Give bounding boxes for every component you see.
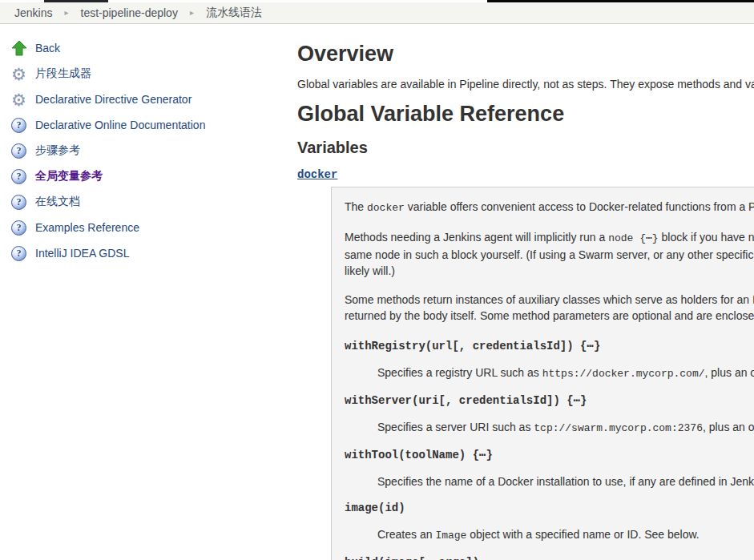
inline-code: docker [367, 202, 405, 214]
method-description: Specifies the name of a Docker installat… [377, 473, 754, 489]
docker-variable-term: docker [297, 167, 754, 182]
help-paragraph-line: returned by the body itself. Some method… [345, 308, 754, 325]
breadcrumb-item[interactable]: Jenkins [14, 6, 52, 19]
sidebar-item-label: Back [35, 42, 60, 54]
sidebar-item-label: 片段生成器 [35, 66, 91, 81]
variables-list: docker The docker variable offers conven… [297, 167, 754, 560]
help-paragraph-line: The docker variable offers convenient ac… [345, 199, 754, 216]
docker-help-panel: The docker variable offers convenient ac… [331, 187, 754, 560]
help-icon: ? [10, 143, 27, 159]
help-paragraph-line: same node in such a block yourself. (If … [345, 247, 754, 263]
help-icon: ? [10, 168, 27, 185]
breadcrumb-separator-icon: ▸ [190, 9, 194, 17]
breadcrumb-item[interactable]: 流水线语法 [206, 6, 262, 20]
sidebar-item[interactable]: ⚙Declarative Directive Generator [0, 87, 292, 112]
sidebar-item-label: Declarative Online Documentation [35, 119, 205, 131]
docker-help-paragraphs: The docker variable offers convenient ac… [345, 199, 754, 325]
overview-paragraph: Global variables are available in Pipeli… [297, 77, 754, 92]
method-description: Specifies a registry URL such as https:/… [377, 365, 754, 382]
sidebar-item-label: 全局变量参考 [35, 169, 103, 183]
sidebar-task-list: Back⚙片段生成器⚙Declarative Directive Generat… [0, 35, 292, 266]
method-description: Creates an Image object with a specified… [377, 526, 754, 544]
sidebar-item[interactable]: Back [0, 35, 292, 61]
method-signature: build(image[, args]) [345, 554, 754, 560]
sidebar-item[interactable]: ?在线文档 [0, 189, 292, 215]
back-arrow-icon [10, 40, 27, 57]
breadcrumb-separator-icon: ▸ [64, 9, 68, 17]
sidebar-item-label: 在线文档 [35, 195, 80, 209]
help-icon: ? [10, 245, 27, 262]
global-variable-reference-heading: Global Variable Reference [297, 100, 754, 127]
sidebar-item[interactable]: ?Examples Reference [0, 215, 292, 240]
docker-variable-definition: The docker variable offers convenient ac… [331, 187, 754, 560]
inline-code: tcp://swarm.mycorp.com:2376 [534, 422, 703, 434]
breadcrumb-bar: Jenkins▸test-pipeline-deploy▸流水线语法 [0, 2, 754, 24]
inline-code: node {⋯} [608, 232, 658, 244]
help-paragraph: Methods needing a Jenkins agent will imp… [345, 229, 754, 279]
help-icon: ? [10, 220, 27, 236]
breadcrumb: Jenkins▸test-pipeline-deploy▸流水线语法 [0, 6, 262, 20]
sidebar-item[interactable]: ?Declarative Online Documentation [0, 112, 292, 138]
help-paragraph: The docker variable offers convenient ac… [345, 199, 754, 216]
help-icon: ? [10, 194, 27, 211]
sidebar-item[interactable]: ?全局变量参考 [0, 163, 292, 189]
method-signature: withTool(toolName) {⋯} [345, 447, 754, 463]
help-paragraph-line: likely will.) [345, 263, 754, 279]
method-signature: image(id) [345, 500, 754, 516]
main-content: Overview Global variables are available … [297, 40, 754, 560]
sidebar-item[interactable]: ?步骤参考 [0, 138, 292, 163]
inline-code: Image [435, 530, 466, 542]
help-paragraph-line: Methods needing a Jenkins agent will imp… [345, 229, 754, 247]
docker-variable-link[interactable]: docker [297, 168, 337, 181]
method-signature: withRegistry(url[, credentialsId]) {⋯} [345, 338, 754, 354]
docker-method-list: withRegistry(url[, credentialsId]) {⋯}Sp… [345, 338, 754, 560]
sidebar-item-label: Declarative Directive Generator [35, 93, 192, 106]
gear-icon: ⚙ [10, 66, 27, 83]
sidebar-item-label: IntelliJ IDEA GDSL [35, 247, 130, 260]
sidebar-item[interactable]: ⚙片段生成器 [0, 61, 292, 87]
sidebar-item-label: 步骤参考 [35, 143, 80, 158]
help-paragraph: Some methods return instances of auxilia… [345, 292, 754, 325]
help-icon: ? [10, 117, 27, 134]
method-description: Specifies a server URI such as tcp://swa… [377, 419, 754, 437]
method-signature: withServer(uri[, credentialsId]) {⋯} [345, 393, 754, 409]
inline-code: https://docker.mycorp.com/ [542, 368, 705, 380]
breadcrumb-item[interactable]: test-pipeline-deploy [81, 6, 178, 19]
variables-heading: Variables [297, 138, 754, 157]
sidebar-item[interactable]: ?IntelliJ IDEA GDSL [0, 240, 292, 266]
help-paragraph-line: Some methods return instances of auxilia… [345, 292, 754, 308]
gear-icon: ⚙ [10, 91, 27, 108]
overview-heading: Overview [297, 40, 754, 67]
sidebar-item-label: Examples Reference [35, 221, 139, 234]
